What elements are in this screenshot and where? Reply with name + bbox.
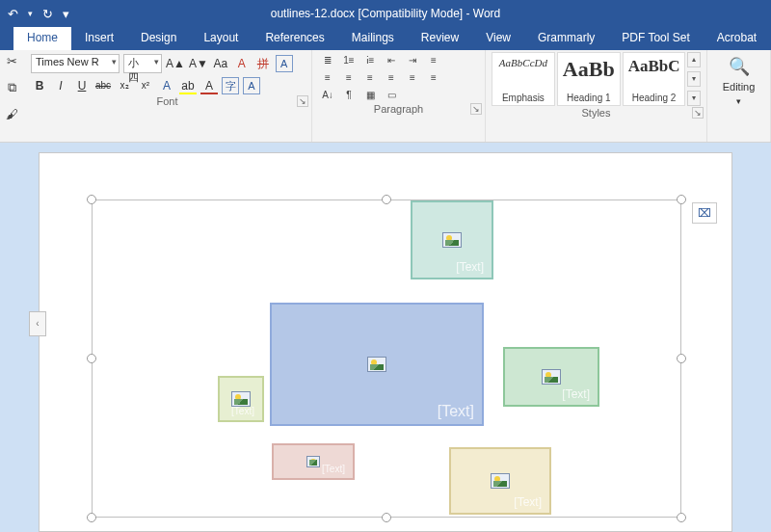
- distributed-button[interactable]: ≡: [405, 71, 420, 85]
- picture-placeholder-icon[interactable]: [306, 456, 320, 467]
- font-launcher[interactable]: ↘: [297, 95, 308, 107]
- find-icon[interactable]: 🔍: [729, 56, 750, 77]
- align-left-button[interactable]: ≡: [320, 71, 335, 85]
- shading-button[interactable]: ▦: [362, 89, 378, 102]
- tab-grammarly[interactable]: Grammarly: [524, 27, 608, 50]
- italic-button[interactable]: I: [52, 77, 69, 94]
- underline-button[interactable]: U: [73, 77, 91, 94]
- ribbon-tabs: Home Insert Design Layout References Mai…: [0, 27, 771, 50]
- bold-button[interactable]: B: [31, 77, 48, 94]
- resize-handle-t[interactable]: [382, 195, 391, 204]
- tab-layout[interactable]: Layout: [190, 27, 252, 50]
- font-family-combo[interactable]: Times New R: [31, 54, 120, 73]
- tab-acrobat[interactable]: Acrobat: [704, 27, 770, 50]
- line-spacing-button[interactable]: ≡: [426, 71, 441, 85]
- text-placeholder[interactable]: [Text]: [438, 403, 474, 420]
- style-heading1[interactable]: AaBb Heading 1: [557, 52, 621, 106]
- picture-placeholder-icon[interactable]: [367, 357, 386, 372]
- clear-formatting-button[interactable]: A: [233, 55, 251, 72]
- styles-scroll-up[interactable]: ▴: [687, 52, 701, 67]
- resize-handle-l[interactable]: [87, 354, 96, 363]
- strikethrough-button[interactable]: abc: [94, 77, 112, 94]
- increase-indent-button[interactable]: ⇥: [405, 54, 420, 67]
- text-placeholder[interactable]: [Text]: [514, 495, 542, 509]
- styles-launcher[interactable]: ↘: [692, 107, 704, 119]
- editing-dropdown[interactable]: ▾: [736, 96, 741, 106]
- tab-insert[interactable]: Insert: [71, 27, 127, 50]
- bullets-button[interactable]: ≣: [320, 54, 335, 67]
- text-placeholder[interactable]: [Text]: [322, 464, 345, 474]
- style-heading2[interactable]: AaBbC Heading 2: [623, 52, 686, 106]
- customize-qat[interactable]: ▾: [63, 7, 69, 21]
- styles-group: AaBbCcDd Emphasis AaBb Heading 1 AaBbC H…: [486, 50, 707, 142]
- borders-button[interactable]: ▭: [384, 89, 399, 102]
- resize-handle-r[interactable]: [677, 354, 686, 363]
- multilevel-button[interactable]: ⅰ≡: [362, 54, 378, 67]
- tab-pdftoolset[interactable]: PDF Tool Set: [608, 27, 703, 50]
- numbering-button[interactable]: 1≡: [341, 54, 357, 67]
- show-marks-button[interactable]: ¶: [341, 89, 357, 102]
- align-center-button[interactable]: ≡: [341, 71, 357, 85]
- smartart-selection[interactable]: ⌧ [Text] [Text] [Text] [Text] [Text]: [92, 200, 681, 518]
- window-title: outlines-12.docx [Compatibility Mode] - …: [0, 7, 771, 20]
- paragraph-group: ≣ 1≡ ⅰ≡ ⇤ ⇥ ≡ ≡ ≡ ≡ ≡ ≡ ≡ A↓ ¶ ▦ ▭: [312, 50, 486, 142]
- smartart-shape-2[interactable]: [Text]: [270, 303, 484, 426]
- style-emphasis[interactable]: AaBbCcDd Emphasis: [492, 52, 555, 106]
- resize-handle-b[interactable]: [382, 513, 391, 522]
- styles-scroll[interactable]: ▴ ▾ ▾: [687, 52, 701, 106]
- character-shading-button[interactable]: A: [243, 77, 260, 94]
- text-effects-button[interactable]: A: [158, 77, 175, 94]
- smartart-shape-5[interactable]: [Text]: [272, 443, 355, 480]
- tab-view[interactable]: View: [472, 27, 524, 50]
- styles-gallery-expand[interactable]: ▾: [687, 91, 701, 106]
- smartart-shape-3[interactable]: [Text]: [503, 347, 599, 407]
- superscript-button[interactable]: x²: [137, 77, 154, 94]
- copy-button[interactable]: ⧉: [8, 80, 16, 95]
- highlight-button[interactable]: ab: [179, 77, 197, 94]
- picture-placeholder-icon[interactable]: [491, 473, 510, 489]
- smartart-shape-1[interactable]: [Text]: [411, 200, 493, 279]
- character-border-button[interactable]: A: [276, 55, 293, 72]
- collapse-margin-tab[interactable]: ‹: [29, 311, 46, 336]
- tab-mailings[interactable]: Mailings: [338, 27, 408, 50]
- shrink-font-button[interactable]: A▼: [189, 55, 208, 72]
- align-right-button[interactable]: ≡: [362, 71, 378, 85]
- smartart-shape-4[interactable]: [Text]: [218, 376, 264, 422]
- picture-placeholder-icon[interactable]: [231, 391, 251, 407]
- tab-review[interactable]: Review: [408, 27, 472, 50]
- clipboard-group: ✂ ⧉ 🖌: [0, 50, 23, 142]
- tab-home[interactable]: Home: [13, 27, 71, 50]
- picture-placeholder-icon[interactable]: [442, 232, 462, 248]
- styles-scroll-down[interactable]: ▾: [687, 71, 701, 87]
- resize-handle-bl[interactable]: [87, 513, 96, 522]
- text-placeholder[interactable]: [Text]: [231, 406, 254, 416]
- align-distributed-button[interactable]: ≡: [426, 54, 441, 67]
- resize-handle-tr[interactable]: [677, 195, 686, 204]
- picture-placeholder-icon[interactable]: [542, 369, 561, 385]
- resize-handle-tl[interactable]: [87, 195, 96, 204]
- editing-label: Editing: [723, 81, 756, 93]
- paragraph-launcher[interactable]: ↘: [470, 103, 482, 115]
- smartart-shape-6[interactable]: [Text]: [449, 447, 551, 515]
- grow-font-button[interactable]: A▲: [166, 55, 185, 72]
- font-color-button[interactable]: A: [200, 77, 218, 94]
- sort-button[interactable]: A↓: [320, 89, 335, 102]
- tab-design[interactable]: Design: [127, 27, 190, 50]
- decrease-indent-button[interactable]: ⇤: [384, 54, 399, 67]
- redo-button[interactable]: ↻: [42, 7, 53, 21]
- cut-button[interactable]: ✂: [7, 54, 17, 68]
- text-placeholder[interactable]: [Text]: [456, 260, 484, 274]
- change-case-button[interactable]: Aa: [212, 55, 229, 72]
- enclose-characters-button[interactable]: 字: [222, 77, 239, 94]
- resize-handle-br[interactable]: [677, 513, 686, 522]
- page[interactable]: ‹ ⌧ [Text] [Text] [Text]: [39, 152, 732, 532]
- text-placeholder[interactable]: [Text]: [562, 387, 590, 401]
- undo-button[interactable]: ↶: [8, 7, 18, 21]
- font-size-combo[interactable]: 小四: [123, 54, 162, 73]
- tab-references[interactable]: References: [252, 27, 337, 50]
- format-painter-button[interactable]: 🖌: [6, 107, 18, 121]
- justify-button[interactable]: ≡: [384, 71, 399, 85]
- layout-options-button[interactable]: ⌧: [692, 202, 717, 224]
- undo-dropdown[interactable]: ▾: [28, 9, 33, 18]
- phonetic-guide-button[interactable]: 拼: [254, 55, 272, 72]
